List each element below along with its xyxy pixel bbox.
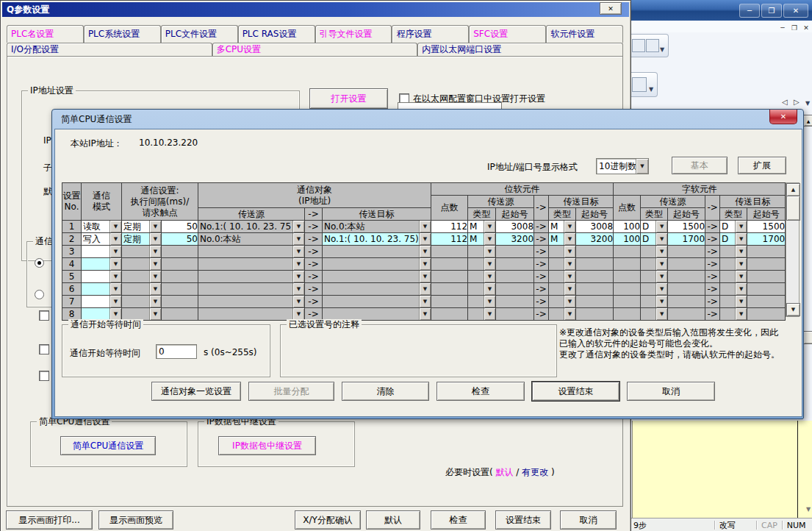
- cancel-button[interactable]: 取消: [560, 510, 617, 530]
- chevron-down-icon[interactable]: [636, 159, 648, 174]
- bit-src-type-cell[interactable]: M: [468, 233, 496, 246]
- comm-mode-cell[interactable]: [82, 258, 122, 271]
- nav-right-icon[interactable]: ▷: [794, 98, 800, 106]
- comm-mode-cell[interactable]: [82, 308, 122, 321]
- transfer-source-cell[interactable]: [198, 296, 305, 308]
- word-src-type-cell[interactable]: [641, 246, 668, 258]
- bit-tgt-start-cell[interactable]: 3200: [576, 233, 614, 246]
- scroll-down-icon[interactable]: ▼: [786, 303, 800, 316]
- tab[interactable]: PLC文件设置: [161, 25, 238, 43]
- tab[interactable]: PLC系统设置: [84, 25, 161, 43]
- word-points-cell[interactable]: [614, 283, 641, 296]
- toolbar-icon[interactable]: [632, 77, 647, 92]
- dialog-titlebar[interactable]: Q参数设置: [2, 2, 629, 17]
- bit-tgt-start-cell[interactable]: [576, 258, 614, 271]
- minimize-icon[interactable]: ─: [739, 4, 760, 18]
- bit-src-type-cell[interactable]: [468, 283, 496, 296]
- bit-src-start-cell[interactable]: [496, 246, 534, 258]
- comm-mode-cell[interactable]: [82, 283, 122, 296]
- finish-setting-button[interactable]: 设置结束: [532, 382, 619, 401]
- word-src-start-cell[interactable]: [668, 283, 705, 296]
- tab[interactable]: 引导文件设置: [315, 25, 392, 43]
- bit-tgt-type-cell[interactable]: [549, 258, 576, 271]
- interval-cell[interactable]: [162, 308, 198, 321]
- bit-tgt-start-cell[interactable]: 3008: [576, 221, 614, 233]
- interval-cell[interactable]: [162, 283, 198, 296]
- bit-src-type-cell[interactable]: M: [468, 221, 496, 233]
- word-src-type-cell[interactable]: [641, 296, 668, 308]
- checkbox[interactable]: [39, 344, 49, 354]
- scroll-down-icon[interactable]: ▼: [806, 506, 811, 513]
- comm-setting-cell[interactable]: [122, 296, 162, 308]
- ip-packet-relay-button[interactable]: IP数据包中继设置: [218, 436, 316, 455]
- tab[interactable]: 程序设置: [392, 25, 469, 43]
- word-tgt-type-cell[interactable]: D: [720, 233, 747, 246]
- bit-points-cell[interactable]: [431, 246, 468, 258]
- transfer-source-cell[interactable]: [198, 271, 305, 283]
- transfer-target-cell[interactable]: [323, 296, 431, 308]
- word-src-type-cell[interactable]: [641, 271, 668, 283]
- close-icon[interactable]: ✕: [783, 4, 808, 18]
- transfer-source-cell[interactable]: No.0:本站: [198, 233, 305, 246]
- scrollbar-thumb[interactable]: [803, 331, 812, 344]
- word-tgt-start-cell[interactable]: 1700: [747, 233, 786, 246]
- word-tgt-type-cell[interactable]: [720, 271, 747, 283]
- word-src-type-cell[interactable]: [641, 308, 668, 321]
- clear-button[interactable]: 清除: [342, 382, 429, 401]
- target-list-setting-button[interactable]: 通信对象一览设置: [151, 382, 241, 401]
- word-tgt-start-cell[interactable]: [747, 246, 786, 258]
- bit-src-start-cell[interactable]: [496, 296, 534, 308]
- simple-cpu-settings-button[interactable]: 简单CPU通信设置: [60, 436, 156, 455]
- bit-tgt-start-cell[interactable]: [576, 283, 614, 296]
- finish-setting-button[interactable]: 设置结束: [495, 510, 551, 530]
- toolbar-icon[interactable]: [632, 39, 645, 52]
- maximize-icon[interactable]: ❐: [761, 4, 782, 18]
- checkbox[interactable]: [39, 310, 49, 321]
- transfer-target-cell[interactable]: [323, 246, 431, 258]
- bit-tgt-start-cell[interactable]: [576, 246, 614, 258]
- scrollbar-thumb[interactable]: [786, 196, 800, 221]
- word-src-type-cell[interactable]: [641, 283, 668, 296]
- close-icon[interactable]: ✕: [600, 2, 622, 15]
- bit-src-start-cell[interactable]: 3008: [496, 221, 534, 233]
- comm-mode-cell[interactable]: 读取: [82, 221, 122, 233]
- transfer-source-cell[interactable]: No.1:( 10. 10. 23. 75): [198, 221, 305, 233]
- bit-points-cell[interactable]: [431, 296, 468, 308]
- word-src-start-cell[interactable]: [668, 296, 705, 308]
- bit-tgt-type-cell[interactable]: [549, 271, 576, 283]
- cancel-button[interactable]: 取消: [627, 382, 715, 401]
- word-src-start-cell[interactable]: [668, 246, 705, 258]
- word-tgt-type-cell[interactable]: D: [720, 221, 747, 233]
- transfer-source-cell[interactable]: [198, 246, 305, 258]
- bit-tgt-type-cell[interactable]: [549, 296, 576, 308]
- menu-bar[interactable]: ─ ❐ ✕: [630, 21, 812, 32]
- extended-button[interactable]: 扩展: [738, 157, 786, 174]
- word-tgt-type-cell[interactable]: [720, 258, 747, 271]
- bit-tgt-start-cell[interactable]: [576, 296, 614, 308]
- tab[interactable]: 内置以太网端口设置: [417, 43, 623, 56]
- word-points-cell[interactable]: 100: [614, 233, 641, 246]
- bit-points-cell[interactable]: 112: [431, 221, 468, 233]
- tab[interactable]: I/O分配设置: [7, 43, 212, 56]
- tab[interactable]: SFC设置: [469, 25, 546, 43]
- radio-button[interactable]: [35, 258, 44, 268]
- transfer-target-cell[interactable]: No.1:( 10. 10. 23. 75): [323, 233, 431, 246]
- word-src-type-cell[interactable]: [641, 258, 668, 271]
- transfer-source-cell[interactable]: [198, 258, 305, 271]
- comm-mode-cell[interactable]: [82, 296, 122, 308]
- bit-tgt-type-cell[interactable]: M: [549, 233, 576, 246]
- display-preview-button[interactable]: 显示画面预览: [98, 510, 173, 530]
- word-src-start-cell[interactable]: [668, 271, 705, 283]
- default-link[interactable]: 默认: [496, 467, 514, 477]
- chevron-down-icon[interactable]: ▼: [649, 86, 653, 93]
- comm-setting-cell[interactable]: [122, 283, 162, 296]
- bit-points-cell[interactable]: [431, 271, 468, 283]
- bit-tgt-type-cell[interactable]: M: [549, 221, 576, 233]
- bit-src-type-cell[interactable]: [468, 258, 496, 271]
- checkbox[interactable]: [39, 371, 49, 381]
- check-button[interactable]: 检查: [436, 382, 525, 401]
- interval-cell[interactable]: [162, 296, 198, 308]
- word-src-start-cell[interactable]: [668, 258, 705, 271]
- bit-points-cell[interactable]: [431, 258, 468, 271]
- comm-mode-cell[interactable]: 写入: [82, 233, 122, 246]
